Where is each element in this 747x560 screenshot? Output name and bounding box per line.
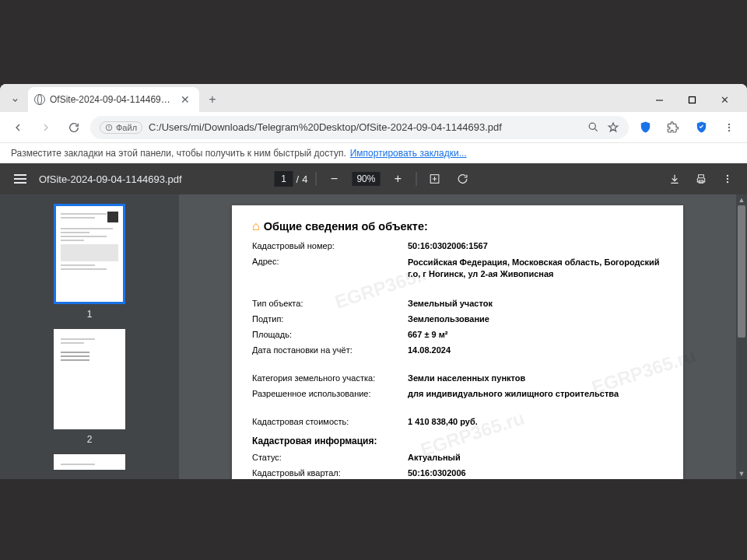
field-label: Подтип: <box>252 314 408 324</box>
rotate-button[interactable] <box>452 169 472 189</box>
print-button[interactable] <box>691 169 711 189</box>
field-value: Землепользование <box>408 314 663 324</box>
doc-section-title: ⌂Общие сведения об объекте: <box>252 219 663 233</box>
svg-point-13 <box>727 181 728 183</box>
field-value: 14.08.2024 <box>408 345 663 355</box>
field-label: Дата постановки на учёт: <box>252 345 408 355</box>
field-value: 667 ± 9 м² <box>408 330 663 339</box>
fit-page-button[interactable] <box>424 169 444 189</box>
tab-close-button[interactable]: ✕ <box>177 93 193 106</box>
field-value: Актуальный <box>408 453 663 462</box>
bookmark-star-icon[interactable] <box>607 121 619 134</box>
svg-point-4 <box>109 128 110 129</box>
browser-tabstrip: OfSite-2024-09-04-1144693.pd… ✕ + ✕ <box>0 84 747 112</box>
zoom-out-button[interactable]: − <box>324 169 344 189</box>
thumbnail-label: 1 <box>87 309 93 320</box>
tab-search-button[interactable] <box>5 89 25 110</box>
tab-title: OfSite-2024-09-04-1144693.pd… <box>50 94 173 105</box>
field-row: Статус:Актуальный <box>252 453 663 462</box>
field-row: Дата постановки на учёт:14.08.2024 <box>252 345 663 355</box>
field-label: Разрешенное использование: <box>252 389 408 398</box>
field-value: Земельный участок <box>408 299 663 308</box>
field-label: Статус: <box>252 453 408 462</box>
field-value: 50:16:0302006:1567 <box>408 241 663 250</box>
field-value: Земли населенных пунктов <box>408 373 663 383</box>
scrollbar-thumb[interactable] <box>738 205 745 338</box>
window-minimize-button[interactable] <box>646 89 672 110</box>
browser-tab-active[interactable]: OfSite-2024-09-04-1144693.pd… ✕ <box>28 87 199 112</box>
field-value: Российская Федерация, Московская область… <box>408 257 663 280</box>
page-indicator: / 4 <box>275 171 308 187</box>
zoom-indicator-icon[interactable] <box>587 121 599 133</box>
security-check-icon[interactable] <box>689 116 713 139</box>
field-label: Кадастровый номер: <box>252 241 408 250</box>
thumbnail-label: 2 <box>87 434 93 445</box>
pdf-page-content: EGRP365.ru EGRP365.ru EGRP365.ru ⌂Общие … <box>232 205 683 479</box>
thumbnail-page-3[interactable] <box>54 454 125 470</box>
svg-point-11 <box>727 175 728 177</box>
field-row: Тип объекта:Земельный участок <box>252 299 663 308</box>
thumbnail-panel[interactable]: 1 2 <box>0 194 179 479</box>
field-label: Категория земельного участка: <box>252 373 408 383</box>
bookmark-hint: Разместите закладки на этой панели, чтоб… <box>11 148 346 159</box>
doc-subsection-title: Кадастровая информация: <box>252 436 663 446</box>
field-label: Кадастровая стоимость: <box>252 417 408 426</box>
field-value: 1 410 838,40 руб. <box>408 417 663 426</box>
extensions-icon[interactable] <box>661 116 685 139</box>
field-row: Категория земельного участка:Земли насел… <box>252 373 663 383</box>
scrollbar-vertical[interactable]: ▲ ▼ <box>736 194 747 479</box>
address-bar: Файл C:/Users/mi/Downloads/Telegram%20De… <box>0 112 747 143</box>
field-value: для индивидуального жилищного строительс… <box>408 389 663 398</box>
zoom-in-button[interactable]: + <box>388 169 408 189</box>
window-close-button[interactable]: ✕ <box>711 89 738 110</box>
forward-button[interactable] <box>34 116 58 139</box>
shield-icon[interactable] <box>633 116 657 139</box>
field-label: Кадастровый квартал: <box>252 468 408 478</box>
reload-button[interactable] <box>62 116 86 139</box>
pdf-sidebar-toggle[interactable] <box>9 170 31 188</box>
field-label: Площадь: <box>252 330 408 339</box>
field-row: Площадь:667 ± 9 м² <box>252 330 663 339</box>
svg-line-6 <box>594 128 597 131</box>
pdf-toolbar: OfSite-2024-09-04-1144693.pdf / 4 − 90% … <box>0 163 747 194</box>
browser-menu-button[interactable] <box>717 116 741 139</box>
import-bookmarks-link[interactable]: Импортировать закладки... <box>350 148 467 159</box>
field-row: Кадастровая стоимость:1 410 838,40 руб. <box>252 417 663 426</box>
omnibox[interactable]: Файл C:/Users/mi/Downloads/Telegram%20De… <box>90 116 629 139</box>
download-button[interactable] <box>665 169 685 189</box>
svg-rect-1 <box>689 96 695 103</box>
field-row: Подтип:Землепользование <box>252 314 663 324</box>
field-row: Разрешенное использование:для индивидуал… <box>252 389 663 398</box>
svg-point-12 <box>727 178 728 180</box>
window-maximize-button[interactable] <box>679 89 705 110</box>
pdf-viewer: 1 2 EGRP365.ru EGRP365.ru EGRP365.ru ⌂Об… <box>0 194 747 479</box>
field-row: Кадастровый номер:50:16:0302006:1567 <box>252 241 663 250</box>
back-button[interactable] <box>6 116 30 139</box>
field-row: Кадастровый квартал:50:16:0302006 <box>252 468 663 478</box>
thumbnail-page-1[interactable] <box>54 204 125 304</box>
pdf-menu-button[interactable] <box>717 169 738 189</box>
url-text: C:/Users/mi/Downloads/Telegram%20Desktop… <box>149 121 502 133</box>
globe-icon <box>34 94 45 105</box>
field-row: Адрес:Российская Федерация, Московская о… <box>252 257 663 280</box>
new-tab-button[interactable]: + <box>202 89 223 110</box>
svg-point-8 <box>728 126 730 128</box>
bookmarks-bar: Разместите закладки на этой панели, чтоб… <box>0 143 747 163</box>
zoom-level[interactable]: 90% <box>352 172 380 186</box>
scroll-up-button[interactable]: ▲ <box>736 194 747 205</box>
pdf-page-area[interactable]: EGRP365.ru EGRP365.ru EGRP365.ru ⌂Общие … <box>179 194 736 479</box>
page-number-input[interactable] <box>275 171 293 187</box>
file-origin-chip: Файл <box>100 121 142 134</box>
house-icon: ⌂ <box>252 219 260 233</box>
field-label: Адрес: <box>252 257 408 280</box>
page-total: 4 <box>302 173 307 185</box>
svg-point-9 <box>728 129 730 131</box>
field-value: 50:16:0302006 <box>408 468 663 478</box>
scroll-down-button[interactable]: ▼ <box>736 468 747 479</box>
svg-point-7 <box>728 123 730 124</box>
svg-point-5 <box>589 123 595 129</box>
thumbnail-page-2[interactable] <box>54 329 125 429</box>
field-label: Тип объекта: <box>252 299 408 308</box>
pdf-filename: OfSite-2024-09-04-1144693.pdf <box>39 173 182 185</box>
